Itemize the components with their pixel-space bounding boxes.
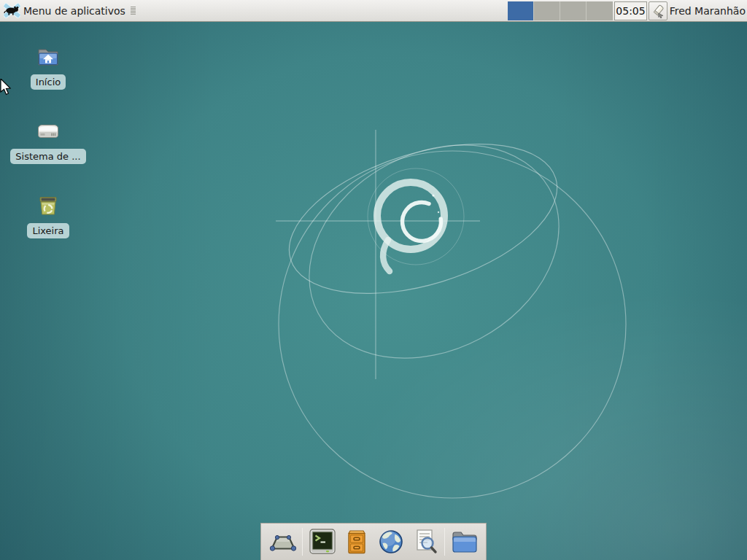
usb-drive-icon [651, 4, 665, 18]
workspace-1[interactable] [508, 1, 534, 20]
debian-joy-artwork [0, 0, 747, 560]
show-desktop-icon [268, 528, 298, 556]
desktop-icon-lixeira[interactable]: Lixeira [8, 194, 88, 238]
screen: Menu de aplicativos 05:05 Fred Maranhão [0, 0, 747, 560]
dock-separator [444, 528, 445, 556]
desktop-wallpaper [0, 0, 747, 560]
trash-icon [36, 194, 60, 217]
desktop-icon-label: Sistema de ... [10, 149, 85, 164]
desktop-icon-inicio[interactable]: Início [8, 45, 88, 90]
terminal-icon [308, 528, 337, 556]
desktop-icon-label: Início [31, 74, 66, 90]
mouse-cursor [0, 79, 13, 96]
username-label: Fred Maranhão [670, 5, 746, 17]
workspace-3[interactable] [560, 1, 587, 20]
search-launcher[interactable] [408, 526, 442, 558]
home-folder-icon [36, 45, 60, 69]
debian-swirl-icon [377, 182, 444, 271]
workspace-switcher [508, 1, 613, 20]
filesystem-drive-icon [36, 120, 60, 143]
file-manager-launcher[interactable] [447, 526, 481, 558]
dock-separator [302, 528, 303, 556]
panel-grip-handle[interactable] [131, 7, 136, 15]
panel-right-group: 05:05 Fred Maranhão [508, 0, 747, 22]
folder-icon [450, 528, 479, 556]
bottom-dock-panel [260, 523, 487, 560]
web-browser-launcher[interactable] [374, 526, 408, 558]
desktop-icon-sistema[interactable]: Sistema de ... [8, 120, 88, 164]
file-cabinet-launcher[interactable] [339, 526, 374, 558]
workspace-4[interactable] [587, 1, 613, 20]
clock[interactable]: 05:05 [614, 1, 646, 20]
top-panel: Menu de aplicativos 05:05 Fred Maranhão [0, 0, 747, 22]
web-browser-globe-icon [377, 528, 405, 556]
desktop-icon-label: Lixeira [27, 223, 69, 238]
clock-time: 05:05 [616, 5, 645, 17]
removable-media-button[interactable] [649, 1, 667, 20]
show-desktop-button[interactable] [266, 526, 300, 558]
workspace-2[interactable] [534, 1, 560, 20]
terminal-launcher[interactable] [305, 526, 339, 558]
applications-menu-button[interactable]: Menu de aplicativos [0, 0, 140, 22]
search-document-icon [411, 528, 439, 556]
xfce-mouse-icon [4, 2, 20, 19]
file-cabinet-icon [343, 528, 371, 556]
applications-menu-label: Menu de aplicativos [23, 5, 125, 17]
